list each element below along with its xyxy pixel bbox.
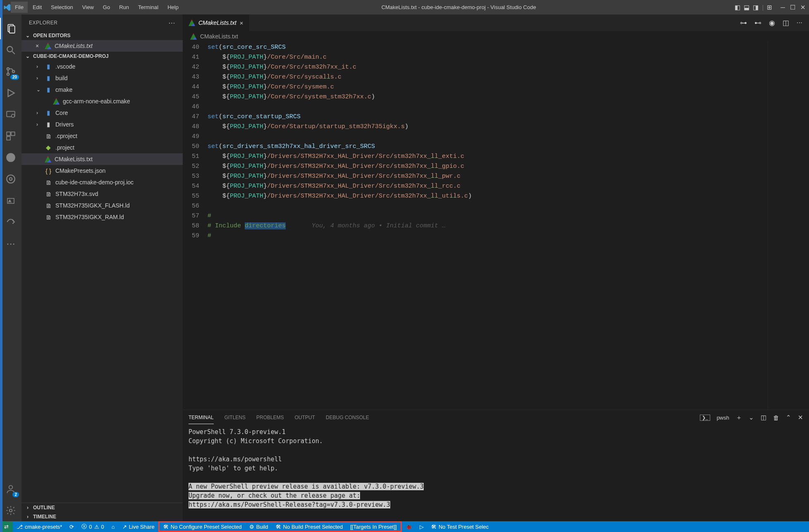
github-icon[interactable] xyxy=(0,147,21,168)
code-editor[interactable]: 4041424344454647484950515253545556575859… xyxy=(183,42,809,410)
cortex-icon[interactable]: A xyxy=(0,190,21,211)
outline-section[interactable]: › OUTLINE xyxy=(21,503,183,512)
outline-label: OUTLINE xyxy=(33,505,55,511)
panel-tab-terminal[interactable]: TERMINAL xyxy=(189,411,214,424)
file-item[interactable]: 🗎.cproject xyxy=(21,130,183,142)
tab-close-icon[interactable]: × xyxy=(240,19,243,26)
folder-item[interactable]: ›▮Drivers xyxy=(21,119,183,130)
new-terminal-icon[interactable]: ＋ xyxy=(736,414,742,422)
sync-button[interactable]: ⟳ xyxy=(66,521,78,532)
accounts-icon[interactable]: 2 xyxy=(0,478,21,500)
extensions-icon[interactable] xyxy=(0,125,21,147)
folder-item[interactable]: ›▮.vscode xyxy=(21,61,183,72)
menu-terminal[interactable]: Terminal xyxy=(134,2,162,13)
toggle-secondary-sidebar-icon[interactable]: ◨ xyxy=(753,4,759,11)
search-icon[interactable] xyxy=(0,39,21,61)
folder-item[interactable]: ⌄▮cmake xyxy=(21,84,183,95)
chevron-right-icon: › xyxy=(36,122,41,127)
minimap[interactable] xyxy=(768,42,809,410)
file-item[interactable]: 🗎STM32H735IGKX_FLASH.ld xyxy=(21,200,183,211)
run-debug-icon[interactable] xyxy=(0,82,21,104)
menu-view[interactable]: View xyxy=(78,2,98,13)
build-button[interactable]: ⚙ Build xyxy=(246,522,272,531)
menu-file[interactable]: File xyxy=(11,2,28,13)
source-control-icon[interactable]: 20 xyxy=(0,61,21,82)
toggle-primary-sidebar-icon[interactable]: ◧ xyxy=(735,4,740,11)
file-item[interactable]: ◆.project xyxy=(21,142,183,153)
file-item[interactable]: 🗎STM32H73x.svd xyxy=(21,188,183,200)
launch-button[interactable]: ▷ xyxy=(416,521,427,532)
svg-text:A: A xyxy=(9,199,11,203)
menu-go[interactable]: Go xyxy=(99,2,114,13)
configure-preset-button[interactable]: 🛠 No Configure Preset Selected xyxy=(160,522,246,531)
svg-rect-11 xyxy=(11,132,15,136)
explorer-more-icon[interactable]: ··· xyxy=(168,19,175,27)
split-terminal-icon[interactable]: ◫ xyxy=(761,414,766,421)
editor-more-icon[interactable]: ··· xyxy=(797,19,802,27)
terminal-kind-label[interactable]: pwsh xyxy=(717,415,729,421)
maximize-icon[interactable]: ☐ xyxy=(790,4,795,11)
panel-tab-gitlens[interactable]: GITLENS xyxy=(224,411,246,424)
more-icon[interactable]: ··· xyxy=(0,233,21,254)
share-icon[interactable] xyxy=(0,211,21,233)
commit-graph-icon[interactable]: ⊶ xyxy=(740,19,747,27)
menu-run[interactable]: Run xyxy=(115,2,133,13)
toggle-panel-icon[interactable]: ⬓ xyxy=(744,4,749,11)
close-icon[interactable]: ✕ xyxy=(800,4,806,11)
live-share-button[interactable]: ↗ Live Share xyxy=(119,521,158,532)
layout-controls: ◧ ⬓ ◨ | ⊞ xyxy=(735,4,772,11)
timeline-section[interactable]: › TIMELINE xyxy=(21,512,183,521)
remote-icon: ⇄ xyxy=(4,524,9,530)
item-label: cube-ide-cmake-demo-proj.ioc xyxy=(55,179,134,186)
gitlens-icon[interactable] xyxy=(0,168,21,190)
panel-tab-output[interactable]: OUTPUT xyxy=(295,411,315,424)
ports-button[interactable]: ⌂ xyxy=(108,521,119,532)
project-section[interactable]: ⌄ CUBE-IDE-CMAKE-DEMO-PROJ xyxy=(21,52,183,61)
folder-item[interactable]: ›▮Core xyxy=(21,107,183,119)
open-editor-item[interactable]: × CMakeLists.txt xyxy=(21,40,183,52)
settings-gear-icon[interactable] xyxy=(0,500,21,521)
svg-point-13 xyxy=(6,153,15,162)
build-preset-button[interactable]: 🛠 No Build Preset Selected xyxy=(272,522,347,531)
panel-tab-problems[interactable]: PROBLEMS xyxy=(256,411,284,424)
test-preset-button[interactable]: 🛠 No Test Preset Selec xyxy=(427,521,492,532)
menu-edit[interactable]: Edit xyxy=(29,2,46,13)
file-item[interactable]: 🗎cube-ide-cmake-demo-proj.ioc xyxy=(21,177,183,188)
problems-indicator[interactable]: ⓧ 0 ⚠ 0 xyxy=(78,521,107,532)
file-item[interactable]: gcc-arm-none-eabi.cmake xyxy=(21,95,183,107)
open-editors-list: × CMakeLists.txt xyxy=(21,40,183,52)
folder-item[interactable]: ›▮build xyxy=(21,72,183,84)
window-title: CMakeLists.txt - cube-ide-cmake-demo-pro… xyxy=(183,4,735,10)
file-annotations-icon[interactable]: ◉ xyxy=(769,19,775,27)
live-share-icon: ↗ xyxy=(122,524,127,530)
kill-terminal-icon[interactable]: 🗑 xyxy=(773,414,779,421)
menu-selection[interactable]: Selection xyxy=(47,2,77,13)
git-compare-icon[interactable]: ⊷ xyxy=(754,19,761,27)
breadcrumb[interactable]: CMakeLists.txt xyxy=(183,31,809,42)
open-editors-section[interactable]: ⌄ OPEN EDITORS xyxy=(21,31,183,40)
close-panel-icon[interactable]: ✕ xyxy=(798,414,803,421)
maximize-panel-icon[interactable]: ⌃ xyxy=(786,414,791,421)
minimize-icon[interactable]: ─ xyxy=(780,4,785,11)
terminal-output[interactable]: PowerShell 7.3.0-preview.1Copyright (c) … xyxy=(183,425,809,521)
menu-help[interactable]: Help xyxy=(163,2,183,13)
panel-tab-debug-console[interactable]: DEBUG CONSOLE xyxy=(326,411,369,424)
customize-layout-icon[interactable]: ⊞ xyxy=(767,4,772,11)
terminal-dropdown-icon[interactable]: ⌄ xyxy=(749,414,754,421)
terminal-launch-icon[interactable]: ❯_ xyxy=(700,415,710,421)
explorer-icon[interactable] xyxy=(0,18,21,39)
file-item[interactable]: CMakeLists.txt xyxy=(21,153,183,165)
editor-area: CMakeLists.txt × ⊶ ⊷ ◉ ◫ ··· CMakeLists.… xyxy=(183,14,809,521)
debug-button[interactable]: 🐞 xyxy=(402,521,416,532)
file-item[interactable]: 🗎STM32H735IGKX_RAM.ld xyxy=(21,211,183,223)
file-item[interactable]: { }CMakePresets.json xyxy=(21,165,183,177)
remote-explorer-icon[interactable] xyxy=(0,104,21,125)
close-editor-icon[interactable]: × xyxy=(36,43,41,49)
split-editor-icon[interactable]: ◫ xyxy=(783,19,789,27)
build-targets-button[interactable]: [[Targets In Preset]] xyxy=(346,522,401,531)
tab-cmakelists[interactable]: CMakeLists.txt × xyxy=(183,14,250,31)
code-content[interactable]: set(src_core_src_SRCS ${PROJ_PATH}/Core/… xyxy=(208,42,768,410)
gear-icon: ⚙ xyxy=(249,524,254,530)
git-branch[interactable]: ⎇ cmake-presets* xyxy=(13,521,66,532)
json-file-icon: { } xyxy=(45,167,52,174)
